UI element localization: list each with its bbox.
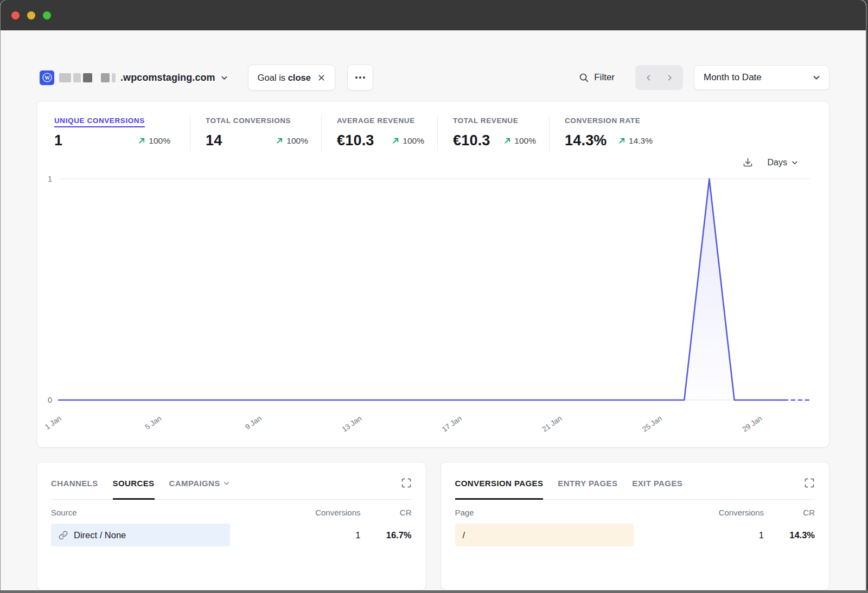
column-conversions: Conversions [300, 508, 361, 517]
date-range-select[interactable]: Month to Date [694, 65, 829, 90]
goal-chip-text: Goal is close [258, 73, 311, 83]
site-selector[interactable]: W .wpcomstaging.com [36, 70, 228, 85]
stat-tab-total-conversions[interactable]: TOTAL CONVERSIONS [206, 117, 291, 127]
interval-value: Days [768, 158, 787, 167]
svg-text:21 Jan: 21 Jan [541, 414, 564, 434]
svg-text:0: 0 [48, 396, 52, 404]
chevron-down-icon [812, 73, 821, 82]
conversions-overview-card: UNIQUE CONVERSIONS 1 100% TOTAL CONVERSI… [36, 101, 829, 448]
stat-delta: 100% [138, 136, 170, 146]
more-options-button[interactable] [347, 65, 373, 91]
row-cr: 14.3% [764, 530, 815, 540]
chevron-down-icon [220, 74, 228, 82]
close-icon[interactable] [317, 74, 326, 82]
svg-text:13 Jan: 13 Jan [341, 414, 363, 434]
window-titlebar [1, 0, 866, 30]
table-row: Direct / None 1 16.7% [51, 524, 412, 546]
filter-label: Filter [594, 72, 615, 83]
stat-tab-unique-conversions[interactable]: UNIQUE CONVERSIONS [54, 117, 145, 127]
column-cr: CR [361, 508, 412, 517]
svg-text:29 Jan: 29 Jan [741, 414, 764, 434]
fullscreen-icon[interactable] [804, 478, 815, 488]
analytics-page: W .wpcomstaging.com Goal is close [1, 65, 866, 590]
window-bottom-edge [0, 590, 868, 593]
tab-entry-pages[interactable]: ENTRY PAGES [558, 479, 617, 488]
sources-table-header: Source Conversions CR [51, 508, 412, 517]
svg-text:W: W [44, 75, 50, 81]
stat-value: 14.3% [565, 132, 607, 149]
tab-conversion-pages[interactable]: CONVERSION PAGES [455, 479, 544, 488]
stat-conversion-rate: CONVERSION RATE 14.3% 14.3% [549, 115, 666, 151]
stat-value: 14 [206, 132, 222, 149]
row-share-bar [455, 524, 634, 546]
chevron-right-icon[interactable] [666, 74, 674, 82]
column-page: Page [455, 508, 704, 517]
bottom-panels: CHANNELS SOURCES CAMPAIGNS Source Conver… [36, 462, 829, 590]
trend-up-icon [276, 137, 284, 145]
site-name-redacted-blocks [59, 73, 116, 82]
svg-text:17 Jan: 17 Jan [441, 414, 463, 434]
minimize-window-button[interactable] [27, 11, 35, 20]
stat-value: €10.3 [337, 132, 374, 149]
svg-text:25 Jan: 25 Jan [641, 414, 663, 434]
download-icon[interactable] [742, 157, 754, 168]
svg-text:1 Jan: 1 Jan [45, 414, 63, 431]
tab-campaigns[interactable]: CAMPAIGNS [169, 479, 230, 488]
close-window-button[interactable] [11, 11, 20, 20]
fullscreen-icon[interactable] [401, 478, 412, 488]
row-conversions: 1 [703, 530, 764, 540]
stat-tab-total-revenue[interactable]: TOTAL REVENUE [453, 117, 518, 127]
tab-exit-pages[interactable]: EXIT PAGES [632, 479, 682, 488]
row-conversions: 1 [300, 530, 361, 540]
site-domain: .wpcomstaging.com [120, 72, 215, 83]
pages-panel-tabs: CONVERSION PAGES ENTRY PAGES EXIT PAGES [455, 478, 815, 500]
app-window: W .wpcomstaging.com Goal is close [0, 0, 867, 590]
row-cr: 16.7% [361, 530, 412, 540]
stat-total-revenue: TOTAL REVENUE €10.3 100% [437, 115, 549, 151]
column-conversions: Conversions [703, 508, 764, 517]
stat-delta: 100% [503, 136, 536, 146]
interval-select[interactable]: Days [768, 158, 799, 167]
stat-tab-average-revenue[interactable]: AVERAGE REVENUE [337, 117, 415, 127]
stat-delta: 100% [276, 136, 308, 146]
stat-value: 1 [54, 132, 62, 149]
svg-text:1: 1 [48, 175, 52, 183]
date-range-pager [635, 65, 683, 90]
chevron-down-icon [223, 480, 230, 487]
trend-up-icon [392, 137, 400, 145]
chevron-left-icon[interactable] [644, 74, 653, 82]
column-cr: CR [764, 508, 815, 517]
search-icon [579, 73, 589, 83]
trend-up-icon [138, 137, 146, 145]
svg-text:9 Jan: 9 Jan [244, 414, 263, 431]
chart-controls: Days [37, 151, 829, 168]
pages-panel: CONVERSION PAGES ENTRY PAGES EXIT PAGES … [441, 462, 830, 590]
sources-panel-tabs: CHANNELS SOURCES CAMPAIGNS [51, 478, 412, 500]
stat-delta: 100% [392, 136, 424, 146]
filter-button[interactable]: Filter [579, 72, 615, 83]
table-row: / 1 14.3% [455, 524, 815, 546]
svg-text:5 Jan: 5 Jan [144, 414, 163, 431]
more-options-icon [355, 76, 358, 79]
source-link[interactable]: Direct / None [51, 530, 126, 540]
stats-row: UNIQUE CONVERSIONS 1 100% TOTAL CONVERSI… [37, 101, 829, 151]
sources-panel: CHANNELS SOURCES CAMPAIGNS Source Conver… [36, 462, 426, 590]
stat-total-conversions: TOTAL CONVERSIONS 14 100% [190, 115, 321, 151]
wordpress-logo-icon: W [40, 70, 54, 85]
stat-unique-conversions: UNIQUE CONVERSIONS 1 100% [54, 115, 190, 151]
date-range-value: Month to Date [704, 72, 762, 83]
chevron-down-icon [791, 159, 799, 166]
stat-average-revenue: AVERAGE REVENUE €10.3 100% [321, 115, 437, 151]
conversions-area-chart: 101 Jan5 Jan9 Jan13 Jan17 Jan21 Jan25 Ja… [45, 170, 815, 441]
zoom-window-button[interactable] [43, 11, 51, 20]
tab-sources[interactable]: SOURCES [113, 479, 155, 488]
column-source: Source [51, 508, 300, 517]
tab-channels[interactable]: CHANNELS [51, 479, 98, 488]
trend-up-icon [618, 137, 626, 145]
toolbar: W .wpcomstaging.com Goal is close [36, 65, 829, 91]
link-icon [59, 531, 68, 540]
page-link[interactable]: / [455, 530, 465, 540]
goal-filter-chip[interactable]: Goal is close [248, 65, 335, 91]
pages-table-header: Page Conversions CR [455, 508, 815, 517]
stat-tab-conversion-rate[interactable]: CONVERSION RATE [565, 117, 640, 127]
